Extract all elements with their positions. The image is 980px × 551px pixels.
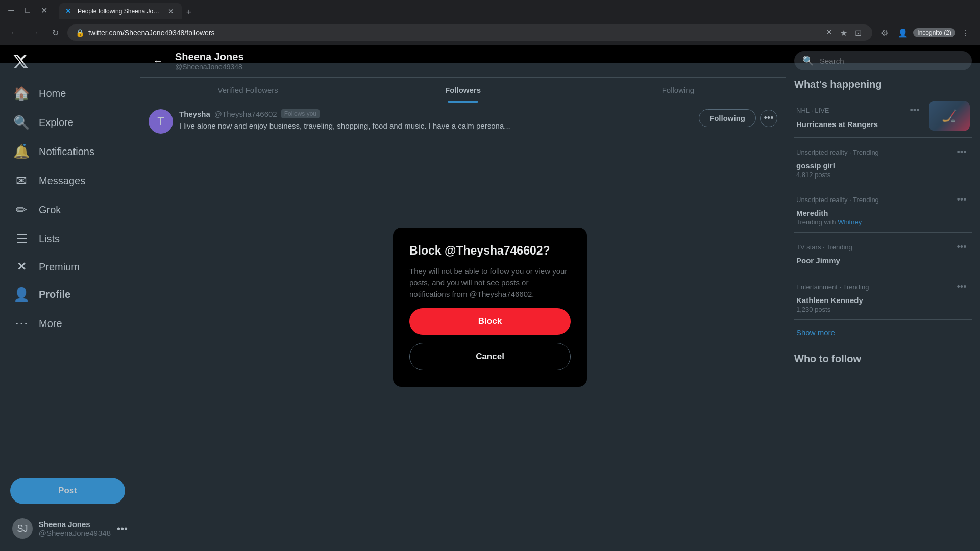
modal-body: They will not be able to follow you or v… <box>409 266 571 300</box>
active-tab[interactable]: ✕ People following Sheena Jones... ✕ <box>59 3 182 19</box>
maximize-button[interactable]: □ <box>20 3 35 17</box>
address-icons: 👁 ★ ⊡ <box>823 27 864 39</box>
tab-favicon: ✕ <box>65 7 74 15</box>
cast-icon[interactable]: ⊡ <box>852 27 864 39</box>
minimize-button[interactable]: ─ <box>4 3 18 17</box>
modal-title: Block @Theysha746602? <box>409 244 571 258</box>
block-modal: Block @Theysha746602? They will not be a… <box>393 228 587 387</box>
block-confirm-button[interactable]: Block <box>409 308 571 335</box>
tab-bar: ✕ People following Sheena Jones... ✕ + <box>55 1 200 19</box>
incognito-badge: Incognito (2) <box>913 28 955 37</box>
close-button[interactable]: ✕ <box>37 3 51 17</box>
star-icon[interactable]: ★ <box>838 27 850 39</box>
modal-overlay: Block @Theysha746602? They will not be a… <box>0 63 980 551</box>
cancel-button[interactable]: Cancel <box>409 343 571 370</box>
tab-close-button[interactable]: ✕ <box>166 7 176 16</box>
back-button[interactable]: ← <box>6 24 22 41</box>
browser-right: ⚙ 👤 Incognito (2) ⋮ <box>876 24 974 41</box>
eye-slash-icon: 👁 <box>823 27 836 39</box>
browser-chrome: ─ □ ✕ ✕ People following Sheena Jones...… <box>0 0 980 45</box>
tab-title: People following Sheena Jones... <box>78 8 162 15</box>
title-bar: ─ □ ✕ ✕ People following Sheena Jones...… <box>0 0 980 20</box>
new-tab-button[interactable]: + <box>182 5 196 19</box>
forward-button[interactable]: → <box>27 24 43 41</box>
profile-button[interactable]: 👤 <box>895 24 911 41</box>
lock-icon: 🔒 <box>76 29 84 37</box>
refresh-button[interactable]: ↻ <box>47 24 63 41</box>
address-bar[interactable]: 🔒 twitter.com/SheenaJone49348/followers … <box>67 24 872 41</box>
menu-button[interactable]: ⋮ <box>958 24 974 41</box>
window-controls[interactable]: ─ □ ✕ <box>4 3 51 17</box>
extensions-button[interactable]: ⚙ <box>876 24 893 41</box>
profile-display-name: Sheena Jones <box>175 51 244 63</box>
browser-nav: ← → ↻ 🔒 twitter.com/SheenaJone49348/foll… <box>0 20 980 45</box>
url-text: twitter.com/SheenaJone49348/followers <box>88 29 819 37</box>
